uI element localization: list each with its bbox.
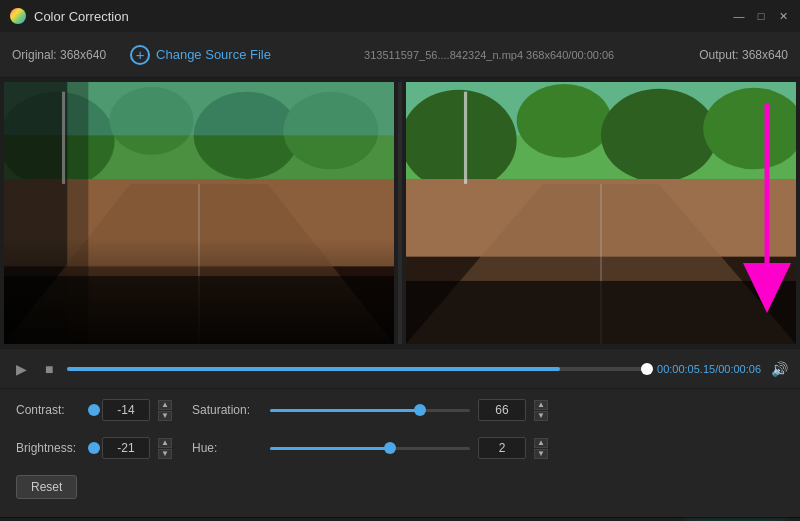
original-resolution-label: Original: 368x640	[12, 48, 106, 62]
top-bar: Original: 368x640 + Change Source File 3…	[0, 32, 800, 78]
volume-icon[interactable]: 🔊	[771, 361, 788, 377]
playback-bar: ▶ ■ 00:00:05.15/00:00:06 🔊	[0, 348, 800, 388]
original-video-preview	[4, 82, 394, 344]
contrast-down-button[interactable]: ▼	[158, 411, 172, 421]
saturation-up-button[interactable]: ▲	[534, 400, 548, 410]
hue-input[interactable]	[478, 437, 526, 459]
contrast-label: Contrast:	[16, 403, 86, 417]
bottom-bar: Output: 313511597_569....adjusted.mp4 ✏ …	[0, 517, 800, 521]
title-bar: Color Correction — □ ✕	[0, 0, 800, 32]
svg-point-16	[406, 90, 517, 191]
contrast-up-button[interactable]: ▲	[158, 400, 172, 410]
hue-up-button[interactable]: ▲	[534, 438, 548, 448]
brightness-label: Brightness:	[16, 441, 86, 455]
brightness-down-button[interactable]: ▼	[158, 449, 172, 459]
close-button[interactable]: ✕	[776, 9, 790, 23]
saturation-fill	[270, 409, 420, 412]
svg-rect-22	[464, 92, 467, 184]
stop-button[interactable]: ■	[41, 359, 57, 379]
progress-track[interactable]	[67, 367, 647, 371]
file-info-text: 313511597_56....842324_n.mp4 368x640/00:…	[295, 49, 683, 61]
app-icon	[10, 8, 26, 24]
contrast-row: Contrast: ▲ ▼	[16, 399, 172, 421]
progress-thumb[interactable]	[641, 363, 653, 375]
saturation-slider[interactable]	[270, 409, 470, 412]
hue-down-button[interactable]: ▼	[534, 449, 548, 459]
panel-divider	[398, 82, 402, 344]
hue-slider[interactable]	[270, 447, 470, 450]
svg-rect-13	[4, 82, 88, 344]
brightness-spinner: ▲ ▼	[158, 438, 172, 459]
contrast-input[interactable]	[102, 399, 150, 421]
hue-thumb[interactable]	[384, 442, 396, 454]
contrast-spinner: ▲ ▼	[158, 400, 172, 421]
saturation-row: Saturation: ▲ ▼	[192, 399, 784, 421]
svg-rect-25	[406, 281, 796, 344]
brightness-row: Brightness: ▲ ▼	[16, 437, 172, 459]
saturation-down-button[interactable]: ▼	[534, 411, 548, 421]
play-button[interactable]: ▶	[12, 359, 31, 379]
left-controls-group: Contrast: ▲ ▼ Brightness:	[16, 399, 172, 507]
change-source-label: Change Source File	[156, 47, 271, 62]
hue-row: Hue: ▲ ▼	[192, 437, 784, 459]
hue-fill	[270, 447, 390, 450]
svg-rect-7	[4, 266, 394, 344]
svg-point-17	[517, 84, 612, 158]
hue-spinner: ▲ ▼	[534, 438, 548, 459]
change-source-button[interactable]: + Change Source File	[122, 41, 279, 69]
contrast-thumb[interactable]	[88, 404, 100, 416]
saturation-input[interactable]	[478, 399, 526, 421]
brightness-thumb[interactable]	[88, 442, 100, 454]
saturation-thumb[interactable]	[414, 404, 426, 416]
time-display: 00:00:05.15/00:00:06	[657, 363, 761, 375]
brightness-input[interactable]	[102, 437, 150, 459]
output-resolution-label: Output: 368x640	[699, 48, 788, 62]
right-controls-group: Saturation: ▲ ▼ Hue:	[192, 399, 784, 467]
saturation-spinner: ▲ ▼	[534, 400, 548, 421]
progress-fill	[67, 367, 560, 371]
svg-point-18	[601, 89, 717, 182]
hue-label: Hue:	[192, 441, 262, 455]
reset-button[interactable]: Reset	[16, 475, 77, 499]
title-text: Color Correction	[34, 9, 724, 24]
svg-rect-12	[4, 276, 394, 344]
original-video-panel	[4, 82, 394, 344]
maximize-button[interactable]: □	[754, 9, 768, 23]
plus-circle-icon: +	[130, 45, 150, 65]
preview-area	[0, 78, 800, 348]
reset-row: Reset	[16, 475, 172, 499]
controls-area: Contrast: ▲ ▼ Brightness:	[0, 388, 800, 517]
output-video-preview	[406, 82, 796, 344]
output-video-panel	[406, 82, 796, 344]
minimize-button[interactable]: —	[732, 9, 746, 23]
brightness-up-button[interactable]: ▲	[158, 438, 172, 448]
saturation-label: Saturation:	[192, 403, 262, 417]
